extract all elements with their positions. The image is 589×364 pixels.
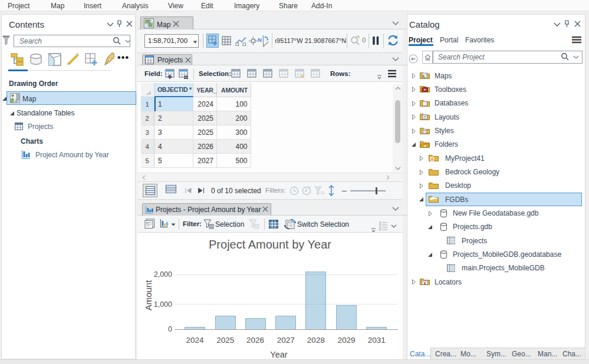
svg-text:N: N	[258, 37, 262, 43]
